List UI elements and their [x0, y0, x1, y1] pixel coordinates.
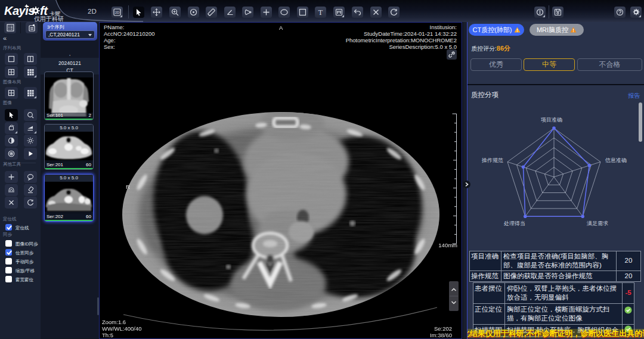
svg-text:Kayis: Kayis: [4, 4, 35, 17]
svg-text:T: T: [318, 8, 323, 16]
svg-text:2D: 2D: [115, 11, 120, 14]
svg-text:仅用于科研: 仅用于科研: [34, 15, 64, 22]
